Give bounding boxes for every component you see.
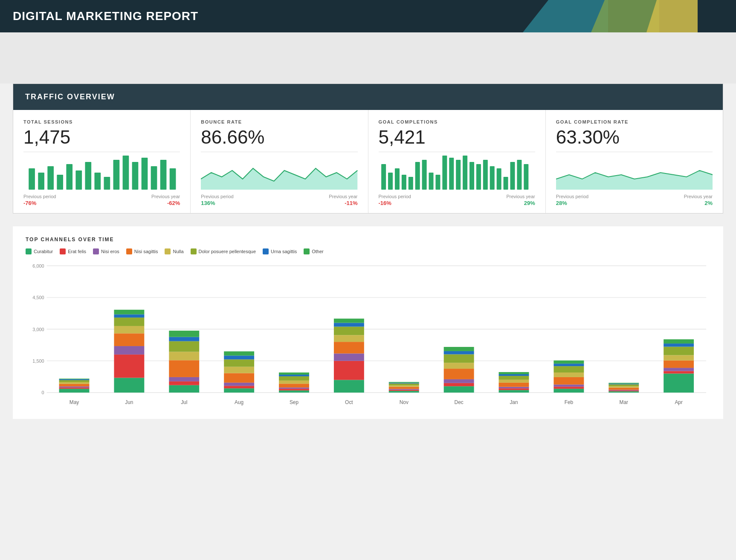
period-block-year-1: Previous year -11% <box>329 194 357 206</box>
bar-segment-0-5 <box>59 380 90 382</box>
bar-segment-5-0 <box>334 380 364 393</box>
svg-text:6,000: 6,000 <box>32 263 44 268</box>
prev-year-value-1: -11% <box>329 200 357 206</box>
bar-segment-4-1 <box>279 389 309 390</box>
svg-rect-29 <box>469 162 474 190</box>
bar-segment-6-7 <box>389 382 419 383</box>
svg-text:Jun: Jun <box>125 399 133 405</box>
svg-rect-4 <box>66 164 72 190</box>
prev-year-value-3: 2% <box>684 200 713 206</box>
svg-rect-36 <box>517 160 522 190</box>
bar-segment-9-2 <box>553 384 584 387</box>
metric-label-0: TOTAL SESSIONS <box>23 119 180 124</box>
svg-rect-10 <box>123 156 129 190</box>
svg-text:4,500: 4,500 <box>32 295 44 300</box>
metric-card-3: GOAL COMPLETION RATE 63.30% Previous per… <box>546 110 723 213</box>
bar-segment-9-0 <box>553 389 584 393</box>
bar-segment-3-6 <box>224 355 254 359</box>
prev-period-value-0: -76% <box>23 200 56 206</box>
prev-year-label-2: Previous year <box>506 194 535 199</box>
bar-segment-1-6 <box>114 315 144 318</box>
bar-segment-4-5 <box>279 376 309 381</box>
bar-segment-8-5 <box>499 376 529 380</box>
svg-rect-16 <box>381 164 386 190</box>
prev-year-label-3: Previous year <box>684 194 713 199</box>
bar-segment-7-3 <box>444 369 474 379</box>
prev-period-label-3: Previous period <box>556 194 588 199</box>
svg-text:Sep: Sep <box>290 399 298 405</box>
bar-chart-svg: 6,0004,5003,0001,5000MayJunJulAugSepOctN… <box>26 261 710 406</box>
bar-segment-0-7 <box>59 378 90 379</box>
period-block-prev-3: Previous period 28% <box>556 194 588 206</box>
svg-rect-37 <box>524 164 528 190</box>
svg-rect-3 <box>57 175 63 190</box>
sparkline-divider-3 <box>556 152 713 152</box>
bar-segment-9-3 <box>553 377 584 384</box>
svg-rect-7 <box>94 173 101 190</box>
svg-text:May: May <box>70 399 79 405</box>
bar-segment-0-1 <box>59 387 90 389</box>
svg-text:1,500: 1,500 <box>32 358 44 364</box>
svg-rect-9 <box>113 160 120 190</box>
bar-segment-7-2 <box>444 379 474 383</box>
svg-rect-8 <box>104 177 110 190</box>
channels-title: TOP CHANNELS OVER TIME <box>26 237 710 242</box>
bar-segment-2-5 <box>169 341 199 352</box>
section-title: TRAFFIC OVERVIEW <box>25 92 115 101</box>
page-title: DIGITAL MARKETING REPORT <box>13 9 723 23</box>
svg-rect-30 <box>476 164 481 190</box>
legend-label-3: Nisi sagittis <box>134 249 158 254</box>
bar-segment-11-1 <box>664 371 694 374</box>
svg-text:Jan: Jan <box>510 399 518 405</box>
bar-segment-1-1 <box>114 355 144 378</box>
period-block-year-0: Previous year -62% <box>151 194 180 206</box>
svg-rect-23 <box>429 173 433 190</box>
prev-period-label-0: Previous period <box>23 194 56 199</box>
bar-segment-10-2 <box>609 390 639 390</box>
bar-segment-5-2 <box>334 353 364 361</box>
bar-segment-0-6 <box>59 379 90 380</box>
svg-text:Mar: Mar <box>620 399 628 405</box>
svg-rect-0 <box>29 168 35 190</box>
svg-rect-24 <box>435 175 440 190</box>
bar-chart: 6,0004,5003,0001,5000MayJunJulAugSepOctN… <box>26 261 710 406</box>
bar-segment-3-4 <box>224 367 254 373</box>
period-block-prev-2: Previous period -16% <box>379 194 411 206</box>
bar-segment-11-4 <box>664 355 694 360</box>
bar-segment-1-0 <box>114 378 144 393</box>
metric-card-1: BOUNCE RATE 86.66% Previous period 136% … <box>191 110 368 213</box>
sparkline-divider-0 <box>23 152 180 152</box>
bar-segment-2-3 <box>169 360 199 377</box>
metric-value-1: 86.66% <box>201 128 357 147</box>
bar-segment-3-7 <box>224 351 254 355</box>
bar-segment-0-2 <box>59 387 90 387</box>
svg-text:Oct: Oct <box>345 399 353 405</box>
legend-dot-4 <box>165 248 171 254</box>
bar-segment-7-7 <box>444 347 474 351</box>
legend-item-0: Curabitur <box>26 248 53 254</box>
section-header-traffic: TRAFFIC OVERVIEW <box>13 84 723 110</box>
legend-label-7: Other <box>312 249 324 254</box>
svg-text:Apr: Apr <box>675 399 683 405</box>
bar-segment-9-1 <box>553 387 584 389</box>
svg-rect-25 <box>442 156 447 190</box>
svg-rect-34 <box>503 177 508 190</box>
metric-label-3: GOAL COMPLETION RATE <box>556 119 713 124</box>
svg-rect-33 <box>496 168 501 190</box>
period-block-prev-1: Previous period 136% <box>201 194 233 206</box>
bar-segment-1-5 <box>114 318 144 326</box>
bar-segment-7-0 <box>444 386 474 393</box>
svg-rect-27 <box>456 160 461 190</box>
bar-segment-2-4 <box>169 352 199 360</box>
legend-dot-3 <box>126 248 132 254</box>
metric-value-3: 63.30% <box>556 128 713 147</box>
bar-segment-5-1 <box>334 361 364 380</box>
sparkline-divider-1 <box>201 152 357 152</box>
bar-segment-2-1 <box>169 381 199 385</box>
metric-cards: TOTAL SESSIONS 1,475 Previous period -76… <box>13 110 723 213</box>
metric-label-2: GOAL COMPLETIONS <box>379 119 535 124</box>
metric-footer-2: Previous period -16% Previous year 29% <box>379 194 535 206</box>
bar-segment-6-3 <box>389 387 419 389</box>
bar-segment-7-4 <box>444 363 474 369</box>
bar-segment-8-1 <box>499 388 529 390</box>
